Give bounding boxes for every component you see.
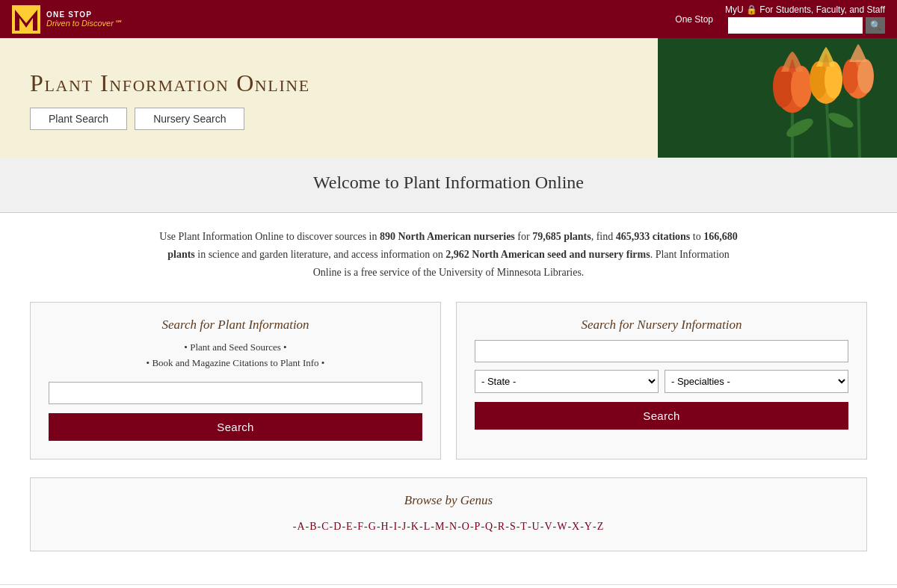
browse-separator: - [493,521,497,532]
browse-separator: - [481,521,484,532]
browse-separator: - [318,521,321,532]
browse-separator: - [419,521,423,532]
browse-separator: - [342,521,345,532]
browse-letter-L[interactable]: L [424,521,431,532]
intro-text-3: to [690,231,703,242]
browse-separator: - [593,521,597,532]
plant-search-box-title: Search for Plant Information [161,318,309,332]
browse-separator: - [377,521,380,532]
umn-m-icon [15,8,37,31]
stat-citations: 465,933 citations [616,231,691,242]
browse-separator: - [330,521,333,532]
browse-letter-M[interactable]: M [435,521,444,532]
browse-letter-Y[interactable]: Y [585,521,592,532]
browse-title: Browse by Genus [49,493,848,508]
nursery-search-input[interactable] [475,340,848,362]
plant-search-input[interactable] [49,382,422,404]
browse-separator: - [505,521,509,532]
browse-letter-T[interactable]: T [520,521,527,532]
umn-logo: One Stop Driven to Discover℠ [12,5,122,34]
top-search-button[interactable]: 🔍 [866,17,885,34]
tulip-svg [658,38,897,158]
browse-letter-N[interactable]: N [449,521,457,532]
plant-search-bullets: • Plant and Seed Sources • • Book and Ma… [147,340,325,371]
one-stop-link[interactable]: One Stop [675,14,713,25]
bullet-dot-1: • [184,341,190,353]
top-search-input[interactable] [728,17,863,34]
svg-point-15 [857,59,874,93]
nursery-search-button[interactable]: Search [475,402,848,430]
browse-letter-F[interactable]: F [357,521,363,532]
browse-letter-J[interactable]: J [402,521,406,532]
stat-plants-1: 79,685 plants [532,231,591,242]
browse-letter-D[interactable]: D [333,521,341,532]
umn-name: One Stop Driven to Discover℠ [46,10,122,28]
browse-letter-R[interactable]: R [498,521,505,532]
svg-point-8 [773,66,794,108]
browse-separator: - [540,521,544,532]
nursery-search-box: Search for Nursery Information - State -… [456,302,867,459]
bullet-1: Plant and Seed Sources [190,341,281,353]
svg-point-9 [791,66,812,108]
specialties-dropdown[interactable]: - Specialties -AnnualsBulbsFernsGrassesG… [665,370,848,393]
browse-letters: -A-B-C-D-E-F-G-H-I-J-K-L-M-N-O-P-Q-R-S-T… [49,517,848,536]
browse-letter-A[interactable]: A [297,521,304,532]
header-nav: Plant Search Nursery Search [30,108,643,130]
browse-separator: - [354,521,357,532]
browse-letter-E[interactable]: E [346,521,353,532]
nursery-dropdowns: - State -AlabamaAlaskaArizonaArkansasCal… [475,370,848,393]
intro-paragraph: Use Plant Information Online to discover… [157,228,740,281]
browse-letter-C[interactable]: C [321,521,328,532]
top-bar-right: One Stop MyU 🔒 For Students, Faculty, an… [675,4,885,34]
intro-text-4: in science and garden literature, and ac… [195,249,446,260]
browse-letter-P[interactable]: P [475,521,481,532]
browse-letter-S[interactable]: S [510,521,516,532]
stat-nurseries: 890 North American nurseries [380,231,515,242]
browse-letter-B[interactable]: B [309,521,316,532]
browse-letter-V[interactable]: V [544,521,552,532]
browse-separator: - [431,521,434,532]
bullet-2: Book and Magazine Citations to Plant Inf… [152,357,318,368]
stat-seed-firms: 2,962 North American seed and nursery fi… [446,249,650,260]
browse-dash: - [293,521,297,532]
myu-section: MyU 🔒 For Students, Faculty, and Staff 🔍 [725,4,885,34]
plant-search-button[interactable]: Search [49,413,422,441]
browse-letter-K[interactable]: K [411,521,419,532]
browse-separator: - [470,521,474,532]
umn-name-top: One Stop [46,10,122,19]
browse-separator: - [457,521,461,532]
svg-point-14 [842,59,859,93]
nursery-search-nav-button[interactable]: Nursery Search [135,108,244,130]
browse-separator: - [364,521,368,532]
browse-letter-Z[interactable]: Z [597,521,604,532]
site-title: Plant Information Online [30,69,643,97]
browse-separator: - [389,521,393,532]
browse-separator: - [528,521,531,532]
bullet-dot-2: • [281,341,287,353]
browse-letter-X[interactable]: X [572,521,579,532]
browse-separator: - [407,521,410,532]
browse-letter-O[interactable]: O [462,521,469,532]
browse-separator: - [306,521,309,532]
browse-separator: - [398,521,401,532]
header-banner: Plant Information Online Plant Search Nu… [0,38,897,158]
umn-tagline: Driven to Discover℠ [46,19,122,28]
state-dropdown[interactable]: - State -AlabamaAlaskaArizonaArkansasCal… [475,370,659,393]
plant-search-box: Search for Plant Information • Plant and… [30,302,441,459]
bullet-dot-4: • [319,357,325,368]
myu-subtitle: For Students, Faculty, and Staff [759,4,885,15]
plant-search-nav-button[interactable]: Plant Search [30,108,127,130]
browse-letter-W[interactable]: W [557,521,567,532]
browse-letter-Q[interactable]: Q [485,521,493,532]
top-bar-left: One Stop Driven to Discover℠ [12,5,122,34]
myu-link[interactable]: MyU 🔒 For Students, Faculty, and Staff [725,4,885,15]
browse-separator: - [580,521,584,532]
browse-letter-G[interactable]: G [369,521,376,532]
browse-separator: - [445,521,449,532]
plant-search-input-row [49,382,422,404]
browse-letter-I[interactable]: I [393,521,397,532]
browse-letter-H[interactable]: H [381,521,389,532]
search-boxes-row: Search for Plant Information • Plant and… [30,302,867,459]
header-image [658,38,897,158]
browse-letter-U[interactable]: U [532,521,540,532]
